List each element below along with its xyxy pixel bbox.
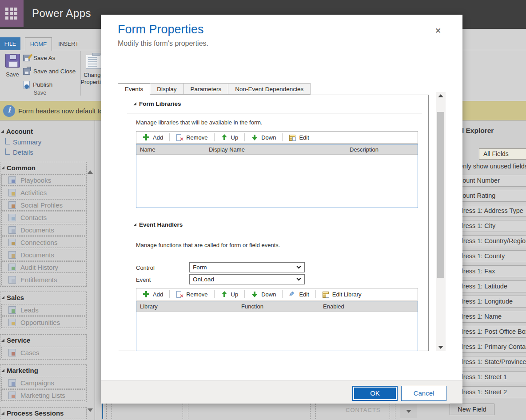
nav-section-sales-header[interactable]: Sales [0, 292, 86, 303]
ok-button[interactable]: OK [352, 386, 398, 401]
entitlements-icon [8, 276, 16, 284]
canvas-dropdown-button[interactable] [400, 404, 417, 418]
documents-icon [8, 226, 16, 234]
edit-button[interactable]: Edit [283, 288, 315, 300]
app-title: Power Apps [32, 7, 91, 20]
add-button[interactable]: Add [136, 132, 169, 143]
cancel-button[interactable]: Cancel [401, 386, 446, 401]
dialog-scrollbar[interactable] [436, 92, 446, 351]
social-profiles-icon [8, 201, 16, 209]
tab-display[interactable]: Display [150, 83, 183, 95]
event-label: Event [136, 276, 151, 283]
nav-account-details[interactable]: Details [5, 147, 95, 157]
nav-item-campaigns[interactable]: Campaigns [1, 377, 85, 388]
nav-item-marketing-lists[interactable]: Marketing Lists [1, 389, 85, 401]
column-enabled: Enabled [323, 303, 344, 310]
down-button[interactable]: Down [245, 132, 282, 143]
column-function: Function [241, 303, 263, 310]
remove-button[interactable]: Remove [170, 288, 214, 300]
edit-library-button[interactable]: Edit Library [316, 288, 368, 300]
save-as-button[interactable]: Save As [23, 53, 56, 63]
event-handlers-header[interactable]: Event Handlers [133, 221, 183, 228]
save-as-icon [23, 55, 30, 61]
down-button[interactable]: Down [245, 288, 282, 300]
nav-item-connections[interactable]: Connections [1, 236, 85, 248]
waffle-icon [5, 8, 18, 20]
chevron-down-icon [297, 276, 301, 281]
nav-scroll-down-icon[interactable] [88, 408, 93, 412]
event-handlers-table-body[interactable] [136, 312, 418, 351]
nav-item-leads[interactable]: Leads [1, 304, 85, 316]
nav-account-header[interactable]: Account [0, 126, 95, 136]
nav-section-common-header[interactable]: Common [0, 162, 86, 173]
close-icon[interactable] [435, 26, 445, 36]
nav-item-entitlements[interactable]: Entitlements [1, 274, 85, 285]
cases-icon [8, 349, 16, 356]
up-button[interactable]: Up [215, 288, 245, 300]
remove-button[interactable]: Remove [170, 132, 214, 143]
up-arrow-icon [221, 291, 228, 298]
canvas-dashed-line [188, 404, 188, 419]
tab-insert[interactable]: INSERT [54, 37, 83, 50]
nav-account-summary[interactable]: Summary [5, 136, 95, 147]
tab-parameters[interactable]: Parameters [184, 83, 229, 95]
nav-section-process-sessions: Process Sessions [0, 407, 87, 419]
up-button[interactable]: Up [215, 132, 245, 143]
nav-item-social-profiles[interactable]: Social Profiles [1, 199, 85, 211]
column-display-name: Display Name [209, 146, 245, 153]
publish-button[interactable]: Publish [23, 80, 52, 89]
nav-item-cases[interactable]: Cases [1, 347, 85, 358]
nav-item-opportunities[interactable]: Opportunities [1, 316, 85, 328]
activities-icon [8, 189, 16, 196]
leads-icon [8, 306, 16, 314]
canvas-dashed-line [106, 404, 107, 419]
form-libraries-header[interactable]: Form Libraries [133, 100, 181, 107]
scroll-up-icon[interactable] [436, 92, 446, 99]
event-handlers-toolbar: Add Remove Up Down [136, 288, 418, 300]
nav-item-documents[interactable]: Documents [1, 224, 85, 236]
tab-home[interactable]: HOME [25, 37, 52, 51]
events-tab-panel: Form Libraries Manage libraries that wil… [118, 95, 429, 351]
scrollbar-thumb[interactable] [437, 112, 444, 278]
control-select[interactable]: Form [189, 262, 305, 272]
waffle-menu-button[interactable] [0, 0, 24, 27]
edit-button[interactable]: Edit [283, 132, 315, 143]
info-banner-text: Form headers now default to hi [18, 107, 110, 115]
nav-item-audit-history[interactable]: Audit History [1, 261, 85, 273]
nav-item-playbooks[interactable]: Playbooks [1, 174, 85, 186]
nav-section-service-header[interactable]: Service [0, 335, 86, 346]
collapse-triangle-icon [1, 166, 4, 169]
tab-events[interactable]: Events [118, 83, 150, 95]
nav-item-activities[interactable]: Activities [1, 187, 85, 198]
collapse-triangle-icon [133, 102, 136, 105]
canvas-dashed-line [310, 404, 311, 419]
event-select[interactable]: OnLoad [189, 274, 305, 284]
unused-fields-label: Only show unused fields [458, 163, 526, 170]
nav-scroll-up-icon[interactable] [88, 170, 93, 174]
dialog-subtitle: Modify this form's properties. [118, 40, 208, 48]
event-handlers-table-header: Library Function Enabled [136, 301, 418, 312]
nav-section-marketing-header[interactable]: Marketing [0, 365, 86, 376]
new-field-button[interactable]: New Field [450, 404, 494, 415]
nav-section-process-sessions-header[interactable]: Process Sessions [0, 408, 86, 419]
save-button[interactable]: Save [3, 52, 22, 95]
collapse-triangle-icon [1, 130, 4, 133]
tab-file[interactable]: FILE [0, 37, 20, 50]
add-icon [143, 134, 150, 141]
add-button[interactable]: Add [136, 288, 169, 300]
tab-non-event-dependencies[interactable]: Non-Event Dependencies [228, 83, 311, 95]
left-nav: Account Summary Details Common Playbooks… [0, 120, 95, 420]
nav-item-contacts[interactable]: Contacts [1, 212, 85, 223]
documents-icon [8, 251, 16, 259]
control-label: Control [136, 264, 155, 271]
playbooks-icon [8, 176, 16, 184]
form-libraries-table-body[interactable] [136, 155, 418, 208]
field-filter-select[interactable]: All Fields [479, 148, 526, 160]
form-libraries-table: Name Display Name Description [136, 144, 418, 208]
campaigns-icon [8, 379, 16, 387]
column-description: Description [350, 146, 379, 153]
scroll-down-icon[interactable] [436, 344, 446, 351]
save-and-close-button[interactable]: Save and Close [23, 66, 76, 76]
nav-item-documents-2[interactable]: Documents [1, 249, 85, 260]
marketing-lists-icon [8, 392, 16, 399]
